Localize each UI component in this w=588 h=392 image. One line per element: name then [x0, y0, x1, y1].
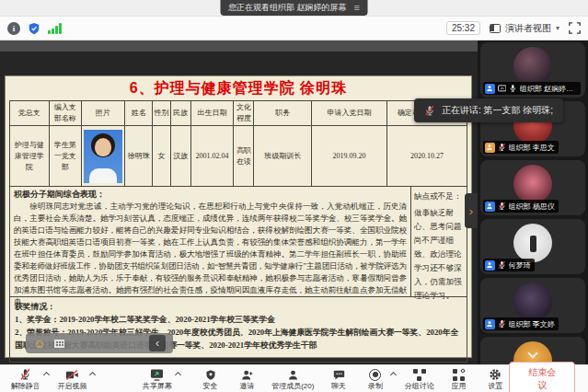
chat-button[interactable]: 聊天 — [325, 368, 352, 390]
table-row: 护理与健康管理学院 学生第一党支部 徐明珠 女 汉族 2001.02.04 高职… — [10, 126, 467, 187]
col-header: 党总支 — [10, 101, 50, 126]
invite-button[interactable]: 邀请 — [233, 368, 260, 390]
col-header: 性别 — [153, 101, 171, 126]
start-video-button[interactable]: 开启视频 — [56, 368, 89, 390]
performance-heading: 积极分子期间综合表现： — [14, 189, 407, 201]
cell-apply-date: 2019.09.20 — [311, 126, 386, 187]
col-header: 出生日期 — [190, 101, 234, 126]
breakout-rooms-label: 分组讨论 — [405, 382, 434, 390]
meeting-topbar: i 25:32 演讲者视图 ▾ — [0, 17, 588, 40]
muted-mic-icon — [498, 143, 506, 152]
mic-on-icon — [509, 84, 517, 93]
weakness-heading: 缺点或不足： — [414, 190, 464, 202]
banner-menu-icon[interactable]: ≡ — [354, 3, 360, 13]
chat-label: 聊天 — [331, 382, 346, 390]
performance-cell: 积极分子期间综合表现： 徐明珠同志对党忠诚，主动学习党的理论知识，在思想和行动上… — [9, 187, 411, 297]
collapse-toolbar-icon[interactable]: ‹ — [149, 335, 166, 352]
participant-name: 组织部 李思文 — [509, 143, 555, 153]
shared-screen-stage: 6、护理与健康管理学院 徐明珠 党总支 编入支部名称 照片 姓名 性别 民族 出… — [0, 40, 478, 364]
participant-tile[interactable]: 何梦琦 — [480, 219, 585, 274]
cell-photo — [81, 126, 125, 187]
speaking-toast-text: 正在讲话: 第一支部 徐明珠; — [442, 104, 553, 117]
cell-ethnicity: 汉族 — [170, 126, 190, 187]
cell-position: 班级期训长 — [254, 126, 312, 187]
network-signal-icon[interactable] — [48, 23, 62, 34]
watching-banner-text: 您正在观看组织部 赵娴婷的屏幕 — [228, 2, 347, 14]
participant-namebar: 组织部 李思文 — [483, 141, 559, 154]
col-header: 照片 — [81, 101, 125, 126]
scroll-participants-down-button[interactable] — [521, 348, 545, 363]
settings-label: 设置 — [488, 382, 502, 390]
cell-birthdate: 2001.02.04 — [190, 126, 234, 187]
col-header: 编入支部名称 — [49, 101, 81, 126]
muted-mic-icon — [498, 260, 506, 270]
role-badge-icon — [485, 202, 495, 212]
layout-icon — [490, 24, 501, 33]
share-options-chevron[interactable] — [175, 372, 181, 378]
col-header: 申请入党日期 — [311, 101, 386, 126]
security-shield-icon[interactable] — [28, 22, 40, 35]
share-screen-label: 共享屏幕 — [143, 382, 172, 390]
share-screen-icon — [150, 368, 164, 382]
apps-grid-icon — [453, 368, 465, 382]
muted-mic-icon — [19, 368, 31, 382]
person-add-icon — [241, 368, 253, 382]
participant-name: 组织部 杨思仪 — [509, 202, 555, 212]
emoji-reaction-icon[interactable]: ☺ — [33, 338, 45, 350]
sidebar-collapse-tab[interactable]: › — [465, 193, 478, 228]
role-badge-icon — [485, 143, 495, 153]
apps-label: 应用 — [452, 382, 467, 390]
participants-sidebar: 组织部 赵娴婷的... 组织部 李思文 — [478, 40, 588, 364]
camera-off-icon — [65, 368, 79, 382]
view-mode-label: 演讲者视图 — [505, 22, 551, 35]
muted-mic-icon — [424, 105, 435, 116]
participant-tile[interactable]: 组织部 杨思仪 — [480, 160, 585, 215]
awards-line-1: 1、奖学金：2019-2020学年校二等奖奖学金、2020-2021学年校三等奖… — [15, 313, 462, 326]
fullscreen-icon[interactable] — [569, 22, 581, 34]
cell-education: 高职在读 — [234, 126, 254, 187]
meeting-timer: 25:32 — [446, 21, 480, 35]
annotation-toolbar[interactable]: ☺ ‹ — [26, 333, 173, 353]
unmute-button[interactable]: 解除静音 — [9, 368, 42, 390]
role-badge-icon — [485, 84, 495, 94]
window-titlebar: 您正在观看组织部 赵娴婷的屏幕 ≡ — [0, 0, 588, 17]
cell-party-branch: 护理与健康管理学院 — [10, 126, 50, 187]
record-label: 录制 — [368, 382, 383, 390]
participant-namebar: 组织部 赵娴婷的... — [483, 82, 581, 95]
speaking-toast: 正在讲话: 第一支部 徐明珠; — [414, 98, 563, 122]
cell-confirm-date: 2020.10.27 — [386, 126, 467, 187]
manage-members-button[interactable]: 管理成员(20) — [270, 368, 316, 390]
unmute-options-chevron[interactable] — [43, 372, 50, 378]
participant-tile[interactable]: 组织部 赵娴婷的... — [480, 42, 585, 98]
share-screen-button[interactable]: 共享屏幕 — [141, 368, 174, 390]
screen-share-icon — [498, 85, 507, 93]
participant-namebar: 何梦琦 — [483, 259, 535, 271]
id-photo — [84, 130, 122, 183]
shared-document: 6、护理与健康管理学院 徐明珠 党总支 编入支部名称 照片 姓名 性别 民族 出… — [5, 75, 472, 358]
participant-name: 组织部 季文婷 — [509, 319, 555, 329]
record-options-chevron[interactable] — [390, 372, 397, 378]
record-button[interactable]: 录制 — [362, 368, 389, 390]
settings-button[interactable]: 设置 — [481, 368, 509, 390]
participant-tile[interactable]: 组织部 季文婷 — [480, 278, 585, 333]
video-options-chevron[interactable] — [89, 372, 96, 378]
view-mode-button[interactable]: 演讲者视图 ▾ — [490, 22, 559, 35]
security-button[interactable]: 安全 — [197, 368, 225, 390]
chat-bubble-icon — [333, 368, 345, 382]
meeting-info-icon[interactable]: i — [7, 22, 20, 35]
muted-mic-icon — [498, 319, 506, 329]
unmute-label: 解除静音 — [11, 382, 40, 390]
apps-button[interactable]: 应用 — [445, 368, 473, 390]
col-header: 文化程度 — [234, 101, 254, 126]
breakout-rooms-button[interactable]: 分组讨论 — [403, 368, 436, 390]
document-title: 6、护理与健康管理学院 徐明珠 — [6, 76, 471, 100]
cell-name: 徐明珠 — [125, 126, 153, 187]
participant-namebar: 组织部 杨思仪 — [483, 200, 559, 213]
performance-section: 积极分子期间综合表现： 徐明珠同志对党忠诚，主动学习党的理论知识，在思想和行动上… — [9, 187, 467, 297]
weakness-body: 做事缺乏耐心、思考问题尚不严谨细致、政治理论学习还不够深入，仍需加强理论学习。 — [414, 206, 464, 303]
security-label: 安全 — [203, 382, 218, 390]
person-icon — [287, 368, 299, 382]
role-badge-icon — [485, 319, 495, 329]
end-meeting-button[interactable]: 结束会议 — [509, 362, 575, 392]
grid-tools-icon[interactable] — [54, 340, 64, 348]
